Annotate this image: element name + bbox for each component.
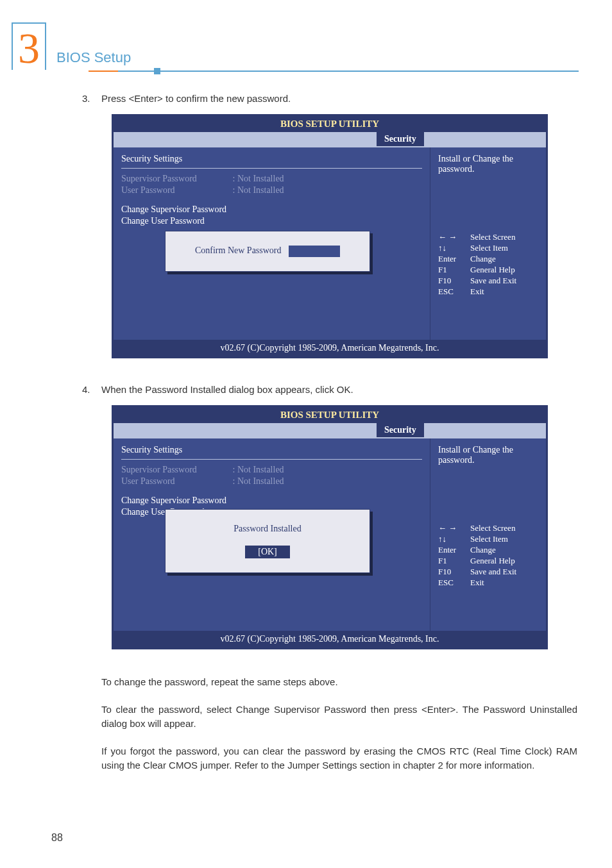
supervisor-password-row: Supervisor Password : Not Installed: [121, 174, 422, 184]
bios-screenshot-password-installed: BIOS SETUP UTILITY Security Security Set…: [112, 405, 548, 649]
page-content: 3. Press <Enter> to confirm the new pass…: [82, 93, 577, 786]
value: : Not Installed: [233, 185, 284, 195]
desc: Save and Exit: [470, 567, 516, 577]
bios-tabs: Security: [114, 423, 546, 438]
password-input: [289, 246, 340, 257]
desc: Change: [470, 254, 496, 264]
menu-change-supervisor: Change Supervisor Password: [121, 496, 422, 506]
dialog-label: Confirm New Password: [195, 246, 282, 255]
supervisor-password-row: Supervisor Password : Not Installed: [121, 465, 422, 475]
label: User Password: [121, 185, 230, 196]
desc: General Help: [470, 265, 515, 275]
desc: Change: [470, 545, 496, 555]
section-header: Security Settings: [121, 445, 422, 460]
tab-security: Security: [377, 132, 424, 146]
desc: Exit: [470, 287, 484, 297]
step-text: When the Password Installed dialog box a…: [101, 384, 577, 395]
key: Enter: [438, 254, 470, 264]
bios-screenshot-confirm-password: BIOS SETUP UTILITY Security Security Set…: [112, 114, 548, 358]
desc: Select Screen: [470, 523, 515, 533]
section-header: Security Settings: [121, 154, 422, 169]
desc: General Help: [470, 556, 515, 566]
step-4: 4. When the Password Installed dialog bo…: [82, 384, 577, 395]
key: ← →: [438, 232, 470, 242]
key: F1: [438, 265, 470, 275]
key: Enter: [438, 545, 470, 555]
bios-left-pane: Security Settings Supervisor Password : …: [114, 147, 430, 340]
menu-change-supervisor: Change Supervisor Password: [121, 204, 422, 215]
paragraph-forgot: If you forgot the password, you can clea…: [101, 744, 577, 773]
bios-body: Security Settings Supervisor Password : …: [114, 147, 546, 340]
chapter-number: 3: [12, 22, 46, 70]
chapter-header: 3 BIOS Setup: [12, 22, 131, 70]
label: Supervisor Password: [121, 174, 230, 184]
step-number: 3.: [82, 93, 101, 104]
key: ↑↓: [438, 243, 470, 253]
key: F10: [438, 276, 470, 286]
bios-footer: v02.67 (C)Copyright 1985-2009, American …: [114, 631, 546, 647]
bios-help-pane: Install or Change the password. ← →Selec…: [430, 147, 546, 340]
bios-footer: v02.67 (C)Copyright 1985-2009, American …: [114, 340, 546, 356]
tab-security: Security: [377, 423, 424, 437]
header-rule: [89, 71, 579, 72]
value: : Not Installed: [233, 174, 284, 183]
help-text: Install or Change the password.: [438, 154, 538, 174]
help-keys: ← →Select Screen ↑↓Select Item EnterChan…: [438, 523, 538, 588]
user-password-row: User Password : Not Installed: [121, 476, 422, 487]
ok-button: [OK]: [245, 546, 290, 558]
menu-change-user: Change User Password: [121, 216, 422, 226]
desc: Select Item: [470, 534, 508, 544]
paragraph-clear: To clear the password, select Change Sup…: [101, 703, 577, 731]
header-tick-icon: [154, 68, 160, 74]
step-number: 4.: [82, 384, 101, 395]
key: ESC: [438, 578, 470, 588]
desc: Select Item: [470, 243, 508, 253]
bios-title: BIOS SETUP UTILITY: [114, 116, 546, 132]
step-3: 3. Press <Enter> to confirm the new pass…: [82, 93, 577, 104]
key: ← →: [438, 523, 470, 533]
bios-left-pane: Security Settings Supervisor Password : …: [114, 438, 430, 631]
bios-body: Security Settings Supervisor Password : …: [114, 438, 546, 631]
step-text: Press <Enter> to confirm the new passwor…: [101, 93, 577, 104]
bios-help-pane: Install or Change the password. ← →Selec…: [430, 438, 546, 631]
label: User Password: [121, 476, 230, 487]
dialog-confirm-password: Confirm New Password: [165, 231, 370, 272]
value: : Not Installed: [233, 476, 284, 486]
desc: Save and Exit: [470, 276, 516, 286]
key: ↑↓: [438, 534, 470, 544]
user-password-row: User Password : Not Installed: [121, 185, 422, 196]
bios-tabs: Security: [114, 132, 546, 147]
label: Supervisor Password: [121, 465, 230, 475]
value: : Not Installed: [233, 465, 284, 474]
dialog-label: Password Installed: [177, 524, 358, 534]
chapter-title: BIOS Setup: [56, 49, 131, 66]
help-text: Install or Change the password.: [438, 445, 538, 465]
paragraph-change: To change the password, repeat the same …: [101, 675, 577, 690]
key: ESC: [438, 287, 470, 297]
bios-title: BIOS SETUP UTILITY: [114, 407, 546, 423]
help-keys: ← →Select Screen ↑↓Select Item EnterChan…: [438, 232, 538, 297]
key: F10: [438, 567, 470, 577]
page-number: 88: [51, 832, 63, 844]
dialog-password-installed: Password Installed [OK]: [165, 509, 370, 573]
desc: Select Screen: [470, 232, 515, 242]
desc: Exit: [470, 578, 484, 588]
key: F1: [438, 556, 470, 566]
